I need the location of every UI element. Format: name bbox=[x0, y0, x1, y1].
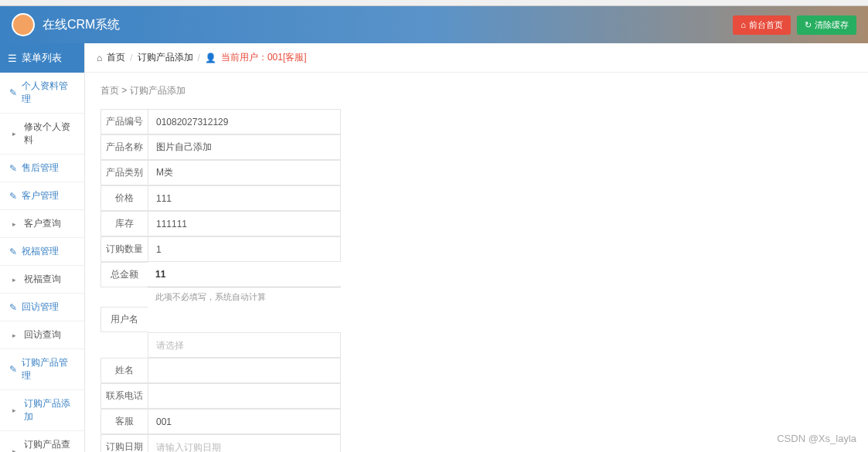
menu-title: 菜单列表 bbox=[22, 51, 62, 65]
label-username: 用户名 bbox=[100, 307, 148, 332]
sidebar-item-visit[interactable]: ✎回访管理 bbox=[0, 294, 84, 321]
label-phone: 联系电话 bbox=[100, 383, 148, 409]
separator: / bbox=[130, 53, 132, 63]
user-icon: 👤 bbox=[205, 53, 216, 63]
input-stock[interactable] bbox=[148, 211, 341, 236]
input-username-hidden bbox=[148, 307, 341, 332]
sidebar-item-visit-query[interactable]: 回访查询 bbox=[0, 321, 84, 349]
label-stock: 库存 bbox=[100, 211, 148, 236]
home-button-label: 前台首页 bbox=[749, 19, 783, 31]
label-product-type: 产品类别 bbox=[100, 160, 148, 185]
sidebar-item-edit-profile[interactable]: 修改个人资料 bbox=[0, 114, 84, 155]
label-date: 订购日期 bbox=[100, 434, 148, 452]
input-product-type[interactable] bbox=[148, 160, 341, 185]
app-title: 在线CRM系统 bbox=[43, 17, 120, 33]
input-name[interactable] bbox=[148, 358, 341, 383]
input-username[interactable] bbox=[148, 332, 341, 358]
edit-icon: ✎ bbox=[9, 364, 17, 375]
input-product-name[interactable] bbox=[148, 134, 341, 160]
label-product-name: 产品名称 bbox=[100, 134, 148, 160]
sidebar-item-profile[interactable]: ✎个人资料管理 bbox=[0, 73, 84, 114]
label-product-no: 产品编号 bbox=[100, 109, 148, 134]
sidebar-item-blessing-query[interactable]: 祝福查询 bbox=[0, 266, 84, 294]
main-content: ⌂ 首页 / 订购产品添加 / 👤 当前用户：001[客服] 首页 > 订购产品… bbox=[85, 43, 868, 452]
edit-icon: ✎ bbox=[9, 87, 17, 98]
app-header: 在线CRM系统 ⌂ 前台首页 ↻ 清除缓存 bbox=[0, 6, 868, 43]
clear-cache-button[interactable]: ↻ 清除缓存 bbox=[797, 15, 856, 35]
home-icon: ⌂ bbox=[740, 20, 746, 29]
home-icon: ⌂ bbox=[97, 53, 102, 63]
current-user-label: 当前用户：001[客服] bbox=[221, 51, 307, 64]
sidebar-item-aftersale[interactable]: ✎售后管理 bbox=[0, 155, 84, 182]
label-total: 总金额 bbox=[100, 262, 148, 287]
label-name: 姓名 bbox=[100, 358, 148, 383]
home-button[interactable]: ⌂ 前台首页 bbox=[733, 15, 791, 35]
edit-icon: ✎ bbox=[9, 163, 17, 174]
avatar[interactable] bbox=[12, 13, 35, 36]
edit-icon: ✎ bbox=[9, 246, 17, 257]
edit-icon: ✎ bbox=[9, 191, 17, 202]
breadcrumb-home[interactable]: 首页 bbox=[107, 51, 125, 64]
input-total[interactable] bbox=[148, 262, 341, 287]
sidebar-item-customer[interactable]: ✎客户管理 bbox=[0, 182, 84, 210]
sub-breadcrumb: 首页 > 订购产品添加 bbox=[100, 84, 853, 97]
label-qty: 订购数量 bbox=[100, 236, 148, 262]
breadcrumb: ⌂ 首页 / 订购产品添加 / 👤 当前用户：001[客服] bbox=[85, 43, 868, 73]
sidebar-item-blessing[interactable]: ✎祝福管理 bbox=[0, 238, 84, 266]
input-date[interactable] bbox=[148, 434, 341, 452]
browser-toolbar bbox=[0, 0, 868, 6]
sidebar-item-customer-query[interactable]: 客户查询 bbox=[0, 210, 84, 238]
input-qty[interactable] bbox=[148, 236, 341, 262]
sidebar: ☰ 菜单列表 ✎个人资料管理 修改个人资料 ✎售后管理 ✎客户管理 客户查询 ✎… bbox=[0, 43, 85, 452]
label-service: 客服 bbox=[100, 409, 148, 434]
sidebar-item-order-add[interactable]: 订购产品添加 bbox=[0, 390, 84, 431]
input-phone[interactable] bbox=[148, 383, 341, 409]
edit-icon: ✎ bbox=[9, 302, 17, 313]
refresh-icon: ↻ bbox=[805, 20, 812, 30]
watermark: CSDN @Xs_layla bbox=[777, 433, 856, 444]
menu-header: ☰ 菜单列表 bbox=[0, 43, 84, 73]
breadcrumb-page[interactable]: 订购产品添加 bbox=[138, 51, 193, 64]
sidebar-item-order[interactable]: ✎订购产品管理 bbox=[0, 349, 84, 390]
input-product-no[interactable] bbox=[148, 109, 341, 134]
separator: / bbox=[198, 53, 200, 63]
sidebar-item-order-query[interactable]: 订购产品查询 bbox=[0, 431, 84, 452]
label-price: 价格 bbox=[100, 185, 148, 211]
menu-icon: ☰ bbox=[8, 53, 17, 64]
input-price[interactable] bbox=[148, 185, 341, 211]
clear-cache-label: 清除缓存 bbox=[815, 19, 849, 31]
input-service[interactable] bbox=[148, 409, 341, 434]
help-total: 此项不必填写，系统自动计算 bbox=[148, 287, 341, 307]
